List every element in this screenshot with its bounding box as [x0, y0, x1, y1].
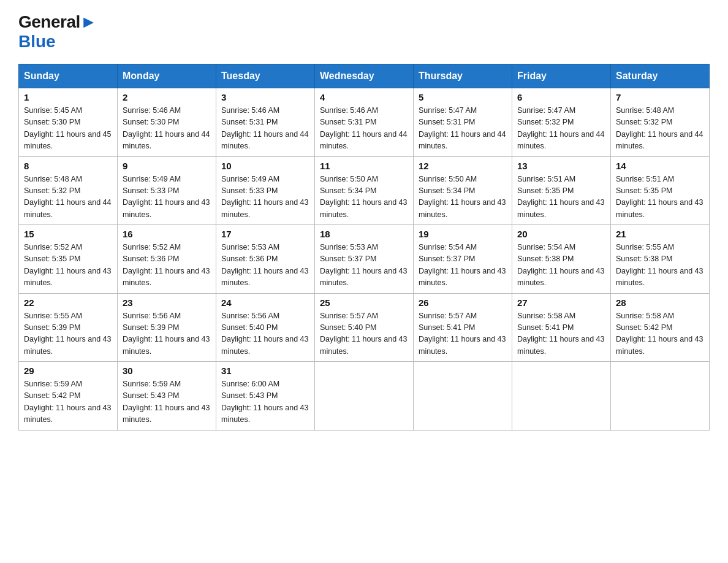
day-number: 5 — [419, 92, 507, 102]
calendar-week-row: 1 Sunrise: 5:45 AM Sunset: 5:30 PM Dayli… — [19, 88, 710, 157]
day-number: 24 — [221, 297, 309, 308]
day-info: Sunrise: 5:59 AM Sunset: 5:43 PM Dayligh… — [123, 378, 211, 426]
sunset-label: Sunset: 5:35 PM — [24, 255, 80, 263]
day-header-monday: Monday — [118, 64, 216, 88]
daylight-label: Daylight: 11 hours and 44 minutes. — [517, 130, 604, 150]
daylight-label: Daylight: 11 hours and 44 minutes. — [24, 198, 111, 218]
sunset-label: Sunset: 5:30 PM — [123, 118, 179, 126]
day-info: Sunrise: 5:59 AM Sunset: 5:42 PM Dayligh… — [24, 378, 112, 426]
calendar-cell: 4 Sunrise: 5:46 AM Sunset: 5:31 PM Dayli… — [315, 88, 414, 157]
day-header-wednesday: Wednesday — [315, 64, 414, 88]
day-info: Sunrise: 5:48 AM Sunset: 5:32 PM Dayligh… — [24, 174, 112, 221]
day-info: Sunrise: 5:54 AM Sunset: 5:38 PM Dayligh… — [517, 242, 605, 289]
calendar-cell: 12 Sunrise: 5:50 AM Sunset: 5:34 PM Dayl… — [414, 156, 512, 225]
calendar-cell: 18 Sunrise: 5:53 AM Sunset: 5:37 PM Dayl… — [315, 225, 414, 294]
calendar-cell: 11 Sunrise: 5:50 AM Sunset: 5:34 PM Dayl… — [315, 156, 414, 225]
sunset-label: Sunset: 5:37 PM — [419, 255, 475, 263]
sunset-label: Sunset: 5:40 PM — [221, 323, 278, 332]
sunrise-label: Sunrise: 5:50 AM — [320, 175, 378, 183]
day-number: 2 — [123, 92, 211, 102]
sunrise-label: Sunrise: 5:49 AM — [221, 175, 279, 183]
sunset-label: Sunset: 5:43 PM — [123, 391, 179, 400]
sunset-label: Sunset: 5:36 PM — [221, 255, 278, 263]
sunrise-label: Sunrise: 5:59 AM — [24, 380, 82, 388]
daylight-label: Daylight: 11 hours and 43 minutes. — [517, 335, 604, 355]
day-info: Sunrise: 5:50 AM Sunset: 5:34 PM Dayligh… — [419, 174, 507, 221]
day-info: Sunrise: 5:51 AM Sunset: 5:35 PM Dayligh… — [616, 174, 704, 221]
calendar-cell — [414, 362, 512, 431]
day-info: Sunrise: 5:52 AM Sunset: 5:35 PM Dayligh… — [24, 242, 112, 289]
logo-blue-text: Blue — [18, 32, 56, 52]
calendar-cell: 3 Sunrise: 5:46 AM Sunset: 5:31 PM Dayli… — [216, 88, 315, 157]
sunrise-label: Sunrise: 5:51 AM — [517, 175, 575, 183]
sunset-label: Sunset: 5:32 PM — [616, 118, 672, 126]
calendar-cell: 8 Sunrise: 5:48 AM Sunset: 5:32 PM Dayli… — [19, 156, 118, 225]
day-number: 19 — [419, 229, 507, 239]
calendar-cell: 27 Sunrise: 5:58 AM Sunset: 5:41 PM Dayl… — [512, 293, 611, 362]
day-number: 30 — [123, 366, 211, 376]
daylight-label: Daylight: 11 hours and 44 minutes. — [320, 130, 407, 150]
sunset-label: Sunset: 5:39 PM — [123, 323, 179, 332]
calendar-cell: 24 Sunrise: 5:56 AM Sunset: 5:40 PM Dayl… — [216, 293, 315, 362]
calendar-cell: 16 Sunrise: 5:52 AM Sunset: 5:36 PM Dayl… — [118, 225, 216, 294]
sunrise-label: Sunrise: 5:57 AM — [419, 312, 477, 320]
day-info: Sunrise: 5:47 AM Sunset: 5:32 PM Dayligh… — [517, 105, 605, 153]
day-number: 12 — [419, 161, 507, 171]
calendar-cell — [315, 362, 414, 431]
sunset-label: Sunset: 5:38 PM — [616, 255, 672, 263]
day-number: 27 — [517, 297, 605, 308]
sunrise-label: Sunrise: 5:46 AM — [221, 106, 279, 115]
daylight-label: Daylight: 11 hours and 43 minutes. — [123, 198, 210, 218]
calendar-cell: 6 Sunrise: 5:47 AM Sunset: 5:32 PM Dayli… — [512, 88, 611, 157]
sunrise-label: Sunrise: 5:52 AM — [24, 243, 82, 251]
sunset-label: Sunset: 5:39 PM — [24, 323, 80, 332]
day-info: Sunrise: 5:46 AM Sunset: 5:30 PM Dayligh… — [123, 105, 211, 153]
day-number: 8 — [24, 161, 112, 171]
day-info: Sunrise: 5:47 AM Sunset: 5:31 PM Dayligh… — [419, 105, 507, 153]
sunset-label: Sunset: 5:34 PM — [320, 186, 376, 195]
sunrise-label: Sunrise: 5:48 AM — [24, 175, 82, 183]
calendar-cell: 26 Sunrise: 5:57 AM Sunset: 5:41 PM Dayl… — [414, 293, 512, 362]
sunset-label: Sunset: 5:35 PM — [616, 186, 672, 195]
day-info: Sunrise: 5:52 AM Sunset: 5:36 PM Dayligh… — [123, 242, 211, 289]
logo: General► Blue — [18, 12, 97, 52]
daylight-label: Daylight: 11 hours and 43 minutes. — [419, 267, 506, 287]
daylight-label: Daylight: 11 hours and 43 minutes. — [616, 335, 703, 355]
calendar-week-row: 8 Sunrise: 5:48 AM Sunset: 5:32 PM Dayli… — [19, 156, 710, 225]
day-number: 13 — [517, 161, 605, 171]
sunrise-label: Sunrise: 5:46 AM — [320, 106, 378, 115]
calendar-cell: 9 Sunrise: 5:49 AM Sunset: 5:33 PM Dayli… — [118, 156, 216, 225]
calendar-cell: 7 Sunrise: 5:48 AM Sunset: 5:32 PM Dayli… — [611, 88, 710, 157]
calendar-cell: 13 Sunrise: 5:51 AM Sunset: 5:35 PM Dayl… — [512, 156, 611, 225]
calendar-week-row: 29 Sunrise: 5:59 AM Sunset: 5:42 PM Dayl… — [19, 362, 710, 431]
calendar-cell: 25 Sunrise: 5:57 AM Sunset: 5:40 PM Dayl… — [315, 293, 414, 362]
calendar-cell: 20 Sunrise: 5:54 AM Sunset: 5:38 PM Dayl… — [512, 225, 611, 294]
day-number: 4 — [320, 92, 408, 102]
day-number: 29 — [24, 366, 112, 376]
calendar-cell: 14 Sunrise: 5:51 AM Sunset: 5:35 PM Dayl… — [611, 156, 710, 225]
calendar-cell: 19 Sunrise: 5:54 AM Sunset: 5:37 PM Dayl… — [414, 225, 512, 294]
day-info: Sunrise: 5:55 AM Sunset: 5:39 PM Dayligh… — [24, 310, 112, 358]
daylight-label: Daylight: 11 hours and 43 minutes. — [320, 335, 407, 355]
calendar-body: 1 Sunrise: 5:45 AM Sunset: 5:30 PM Dayli… — [19, 88, 710, 431]
calendar-table: SundayMondayTuesdayWednesdayThursdayFrid… — [18, 64, 710, 431]
calendar-cell: 22 Sunrise: 5:55 AM Sunset: 5:39 PM Dayl… — [19, 293, 118, 362]
day-number: 22 — [24, 297, 112, 308]
calendar-cell: 31 Sunrise: 6:00 AM Sunset: 5:43 PM Dayl… — [216, 362, 315, 431]
day-header-thursday: Thursday — [414, 64, 512, 88]
day-number: 3 — [221, 92, 309, 102]
daylight-label: Daylight: 11 hours and 43 minutes. — [123, 267, 210, 287]
calendar-cell: 28 Sunrise: 5:58 AM Sunset: 5:42 PM Dayl… — [611, 293, 710, 362]
day-number: 31 — [221, 366, 309, 376]
daylight-label: Daylight: 11 hours and 43 minutes. — [517, 267, 604, 287]
sunrise-label: Sunrise: 6:00 AM — [221, 380, 279, 388]
day-headers-row: SundayMondayTuesdayWednesdayThursdayFrid… — [19, 64, 710, 88]
sunset-label: Sunset: 5:33 PM — [221, 186, 278, 195]
day-info: Sunrise: 5:57 AM Sunset: 5:40 PM Dayligh… — [320, 310, 408, 358]
logo-general-text: General► — [18, 12, 97, 32]
day-info: Sunrise: 5:50 AM Sunset: 5:34 PM Dayligh… — [320, 174, 408, 221]
day-number: 17 — [221, 229, 309, 239]
sunrise-label: Sunrise: 5:56 AM — [123, 312, 181, 320]
calendar-cell: 10 Sunrise: 5:49 AM Sunset: 5:33 PM Dayl… — [216, 156, 315, 225]
daylight-label: Daylight: 11 hours and 43 minutes. — [123, 335, 210, 355]
